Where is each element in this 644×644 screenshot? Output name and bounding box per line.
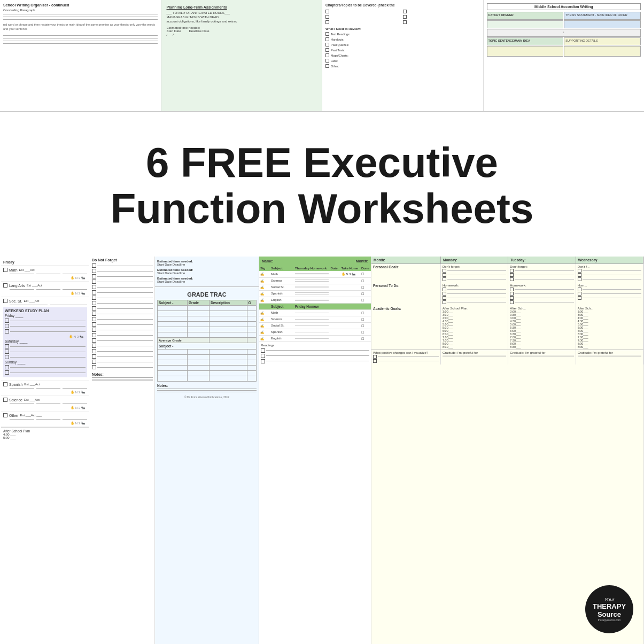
hw-row-science2: ✍ Science ☐ [259,316,371,322]
langarts-extra: Est ___Act [27,284,42,287]
logo-badge: Your THERAPY Source therapysource.com [585,585,633,633]
sig-science2: ✍ [259,316,270,322]
tuesday-hw: Homework: [508,283,576,306]
subject-other: Other Est ___Act ___ ✋N 3🐜 [1,412,89,427]
reading-cb[interactable] [261,359,265,363]
grade-tracker-title: GRADE TRAC [157,291,257,298]
science-label: Science [9,398,22,402]
subj-english2: English [270,335,294,342]
subj-science: Science [270,277,294,284]
sig-socialst: ✍ [259,284,270,290]
avg-label: Average Grade [158,338,210,343]
subj-science2: Science [270,316,294,322]
hw-row-math2: ✍ Math ☐ [259,309,371,316]
hw-row-math: ✍ Math ✋ N 3 🐜 ☐ [259,271,371,277]
subj-english: English [270,297,294,303]
notes-label-grade: Notes: [157,384,257,387]
socst-checkbox[interactable] [3,299,7,303]
panel2-start: Start Date [167,29,181,33]
other-extra: Est ___Act ___ [20,414,42,417]
grade-row [158,376,257,382]
subjects-column: Friday Math Est ___Act ✋N 3🐜 [0,257,90,644]
friday-day: Friday ____ [5,314,86,317]
friday-section-header: Subject Friday Homew [259,303,371,309]
other-checkbox[interactable] [3,413,7,417]
subject-spanish: Spanish Est ___Act ✋N 3🐜 [1,381,89,396]
reading-cb[interactable] [261,354,265,358]
readings-label: Readings [261,344,369,347]
panel4-topic: TOPIC SENTENCE/MAIN IDEA [487,37,564,45]
spanish-checkbox[interactable] [3,382,7,386]
sig-socialst2: ✍ [259,322,270,329]
month-col: Month: [371,257,441,263]
panel2-manageable: MANAGEABLE TASKS WITH DEAD [167,15,317,19]
subject-header2: Subject - [158,343,257,350]
subj-math: Math [270,271,294,277]
col-subject: Subject - [158,300,188,306]
langarts-icon-row: ✋N 3🐜 [3,291,85,295]
weekend-plan-title: WEEKEND STUDY PLAN [5,309,86,313]
bottom-panel-homework: Friday Math Est ___Act ✋N 3🐜 [0,257,155,644]
hero-text: 6 FREE Executive Function Worksheets [111,140,534,232]
grade-table: Subject - Grade Description G [157,300,257,382]
hero-line2: Function Worksheets [111,186,534,232]
personal-goals-label: Personal Goals: [371,264,441,283]
other-label: Other [9,414,19,417]
sig-math: ✍ [259,271,270,277]
do-not-forget-column: Do Not Forget [90,257,154,644]
panel3-title: Chapters/Topics to be Covered (check the [325,3,480,7]
copyright: © Dr. Erica Warren Publications, 2017 [157,395,257,399]
reading-cb[interactable] [261,348,265,353]
subj-spanish2: Spanish [270,329,294,335]
monday-hw: Homework: [441,283,508,306]
wednesday-after-school: After Sch... 3:00___ 3:30___ 4:00___ 4:3… [576,306,643,350]
notes-title: Notes: [92,373,153,376]
personal-todo-label: Personal To Do: [371,283,441,306]
est-row-2: Estimated time needed: Start Date Deadli… [157,268,257,275]
sig-science: ✍ [259,277,270,284]
panel1-writing-organizer: School Writing Organizer - continued Con… [0,0,161,111]
sunday-day: Sunday ____ [5,360,86,364]
panel2-planning: Planning Long-Term Assignments ___ TOTAL… [161,0,323,111]
tuesday-gratitude: Gratitude: I'm grateful for [508,350,576,364]
col-date: Date: [330,266,340,271]
hw-row-english: ✍ English ☐ [259,297,371,303]
grade-row [158,371,257,376]
academic-goals-label: Academic Goals: [371,306,441,350]
math-icon-row: ✋N 3🐜 [3,276,85,280]
col-subject2: Subject [270,303,294,309]
langarts-checkbox[interactable] [3,283,7,288]
wednesday-col: Wednesday [576,257,643,263]
month-label: Month: [356,259,368,263]
col-thursday: Thursday Homework [294,266,330,271]
bottom-strip: Friday Math Est ___Act ✋N 3🐜 [0,257,644,644]
subject-math: Math Est ___Act ✋N 3🐜 [1,266,89,282]
panel3-review: What I Need to Review: Text Readings: Ha… [325,27,480,68]
logo-tagline: therapysource.com [598,618,621,622]
col-subject: Subject [270,266,294,271]
top-strip: School Writing Organizer - continued Con… [0,0,644,112]
subj-math2: Math [270,309,294,316]
hw-math [294,271,330,277]
panel3-review-title: What I Need to Review: [325,27,480,30]
panel1-title: School Writing Organizer - continued [3,3,158,7]
hw-row-science: ✍ Science ☐ [259,277,371,284]
math-label: Math [9,268,18,272]
subj-socialst: Social St. [270,284,294,290]
logo-your: Your [604,597,615,602]
logo-therapy: THERAPY [593,602,626,610]
average-grade-row: Average Grade [158,338,257,343]
grade-row [158,332,257,338]
panel2-deadline: Deadline Date [189,29,210,33]
math-extra: Est ___Act [19,268,35,271]
col-description: Description [210,300,247,306]
panel1-text: nal word or phrase and then restate your… [3,23,158,31]
spanish-icon-row: ✋N 3🐜 [3,390,85,394]
grade-row [158,327,257,332]
panel2-account: account obligations, like family outings… [167,20,317,23]
science-checkbox[interactable] [3,398,7,402]
math-checkbox[interactable] [3,268,7,272]
sig-math2: ✍ [259,309,270,316]
socst-label: Soc. St. [9,299,22,303]
gratitude-row: What positive changes can I visualize? G… [371,350,643,364]
